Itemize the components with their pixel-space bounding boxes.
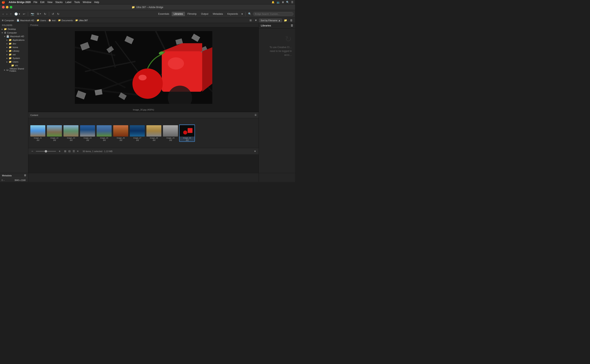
title-label: Ultra 387 – Adobe Bridge xyxy=(136,6,163,9)
thumbnail-item-22[interactable]: Image_22.jpg xyxy=(46,125,62,141)
thumbnail-item-30[interactable]: Image_30.jpg xyxy=(179,124,195,142)
thumbnail-item-25[interactable]: Image_25.jpg xyxy=(96,125,112,141)
preview-image xyxy=(75,31,212,104)
sidebar-item-home[interactable]: ▶ 📁 home xyxy=(0,46,28,49)
libraries-message: ↻ To use Creative Cl…need to be logged i… xyxy=(259,28,295,61)
sidebar-item-macintosh-hd[interactable]: ▶ 💾 Macintosh HD xyxy=(0,34,28,38)
sync-button[interactable]: ↻ xyxy=(43,12,47,16)
view-filter-button[interactable]: ⊞ xyxy=(249,18,252,22)
screen-icon[interactable]: 🖥 xyxy=(282,1,284,4)
zoom-slider-thumb[interactable] xyxy=(45,150,47,152)
forward-button[interactable]: › xyxy=(6,12,8,16)
tab-filmstrip[interactable]: Filmstrip xyxy=(186,12,199,16)
libraries-menu-icon[interactable]: ☰ xyxy=(291,24,293,27)
search-icon[interactable]: 🔍 xyxy=(247,12,252,16)
undo-button[interactable]: ↺ xyxy=(51,12,55,16)
zoom-in-button[interactable]: + xyxy=(58,149,61,154)
grid-view-button[interactable]: ⊞ xyxy=(63,149,67,153)
app-name[interactable]: Adobe Bridge 2020 xyxy=(9,1,31,4)
menu-help[interactable]: Help xyxy=(94,1,99,4)
metadata-panel-header: Metadata ☰ xyxy=(0,173,28,178)
thumbnail-item-26[interactable]: Image_26.jpg xyxy=(113,125,129,141)
sidebar-item-vm[interactable]: ▶ 📁 vm xyxy=(0,64,28,67)
sidebar-item-desktop[interactable]: ▶ 📁 Desktop xyxy=(0,27,28,31)
rotate-ccw-button[interactable]: ↩ xyxy=(22,12,26,16)
new-folder-button[interactable]: 📁 xyxy=(283,18,288,22)
filmstrip-scroll[interactable]: Image_21.jpg Image_22.jpg Image_23.jpg I… xyxy=(28,118,259,148)
tab-output[interactable]: Output xyxy=(199,12,210,16)
breadcrumb-test[interactable]: 🏠 test xyxy=(48,19,56,22)
sidebar-item-system[interactable]: ▶ 📁 System xyxy=(0,56,28,60)
hdd-icon: 💾 xyxy=(6,35,9,38)
sidebar-item-users[interactable]: ▶ 📁 Users xyxy=(0,60,28,64)
menu-tools[interactable]: Tools xyxy=(74,1,80,4)
menu-edit[interactable]: Edit xyxy=(40,1,45,4)
view-mode-buttons: ⊞ ⊟ ☰ ≡ xyxy=(63,149,80,153)
breadcrumb-documents[interactable]: 📁 Documents xyxy=(58,19,73,22)
preview-pane: Preview xyxy=(28,23,259,112)
dimensions-value: 3840 x 2160 xyxy=(14,179,27,181)
redo-button[interactable]: ↻ xyxy=(56,12,60,16)
content-menu-icon[interactable]: ☰ xyxy=(255,114,257,116)
sort-arrow: ▲ xyxy=(278,19,280,22)
camera-settings-button[interactable]: 📷 xyxy=(30,12,35,16)
notification-icon[interactable]: 🔔 xyxy=(272,1,275,4)
breadcrumb-right: ⊞ ▼ Sort by Filename ▲ 📁 🗑 xyxy=(249,18,293,22)
thumbnail-item-27[interactable]: Image_27.jpg xyxy=(129,125,145,141)
tab-keywords[interactable]: Keywords xyxy=(225,12,240,16)
close-button[interactable] xyxy=(2,6,5,8)
delete-button[interactable]: 🗑 xyxy=(289,18,293,22)
tab-metadata[interactable]: Metadata xyxy=(211,12,225,16)
workspace-more-button[interactable]: ▾ xyxy=(240,12,244,16)
minimize-button[interactable] xyxy=(6,6,8,8)
metadata-menu-icon[interactable]: ☰ xyxy=(24,174,26,177)
up-button[interactable]: ↑ xyxy=(9,12,13,16)
panel-icon[interactable]: ☰ xyxy=(291,1,293,4)
toolbar: ‹ › ↑ 🕐 ▾ ↩ 📷 ⧉ ▾ ↻ ↺ ↻ Essentials Libra… xyxy=(0,10,295,18)
sidebar-item-applications[interactable]: ▶ 📁 Applications xyxy=(0,38,28,42)
preview-caption: Image_30.jpg (400%) xyxy=(28,108,259,112)
tab-libraries[interactable]: Libraries xyxy=(172,12,185,16)
sidebar-item-dev[interactable]: ▶ 📁 dev xyxy=(0,42,28,46)
thumbnail-item-23[interactable]: Image_23.jpg xyxy=(63,125,79,141)
menu-window[interactable]: Window xyxy=(83,1,91,4)
menu-file[interactable]: File xyxy=(33,1,37,4)
breadcrumb-users[interactable]: 📁 Users xyxy=(37,19,46,22)
search-placeholder[interactable]: Bridge Search: Current... xyxy=(255,13,279,15)
menu-label[interactable]: Label xyxy=(66,1,71,4)
fullscreen-button[interactable] xyxy=(10,6,12,8)
breadcrumb-computer[interactable]: 🖥 Computer xyxy=(2,19,14,22)
preview-header: Preview xyxy=(28,23,259,27)
thumb-img-26 xyxy=(113,125,128,136)
menu-stacks[interactable]: Stacks xyxy=(55,1,63,4)
svg-rect-22 xyxy=(162,51,202,92)
grid-view-2-button[interactable]: ⊟ xyxy=(67,149,71,153)
menu-view[interactable]: View xyxy=(47,1,53,4)
thumbnail-item-21[interactable]: Image_21.jpg xyxy=(30,125,46,141)
sidebar-item-library[interactable]: ▶ 📁 Library xyxy=(0,49,28,53)
thumbnail-item-28[interactable]: Image_28.jpg xyxy=(146,125,162,141)
breadcrumb-ultra387[interactable]: 📁 Ultra 387 xyxy=(75,19,88,22)
sort-dropdown[interactable]: Sort by Filename ▲ xyxy=(259,19,282,22)
thumbnail-item-29[interactable]: Image_29.jpg xyxy=(163,125,178,141)
back-button[interactable]: ‹ xyxy=(2,12,5,16)
apple-menu[interactable]: 🍎 xyxy=(2,1,5,4)
tab-essentials[interactable]: Essentials xyxy=(156,12,171,16)
view-options-button[interactable]: ▾ xyxy=(253,149,257,153)
thumbnail-item-24[interactable]: Image_24.jpg xyxy=(80,125,95,141)
filter-button[interactable]: ▼ xyxy=(254,18,258,22)
search-icon[interactable]: 🔍 xyxy=(286,1,289,4)
detail-view-button[interactable]: ≡ xyxy=(76,149,80,153)
sidebar-item-net[interactable]: ▶ 📁 net xyxy=(0,53,28,56)
sidebar-item-vmware[interactable]: ▶ 🗂 VMware Shared Folders xyxy=(0,67,28,72)
zoom-out-button[interactable]: − xyxy=(30,149,34,154)
airplay-icon[interactable]: 📺 xyxy=(277,1,280,4)
breadcrumb-macintosh-hd[interactable]: 💾 Macintosh HD xyxy=(17,19,34,22)
history-button[interactable]: 🕐 ▾ xyxy=(13,12,21,16)
svg-point-26 xyxy=(133,68,163,99)
sidebar-item-computer[interactable]: ▶ 🖥 Computer xyxy=(0,31,28,34)
traffic-lights xyxy=(2,6,12,8)
copy-button[interactable]: ⧉ ▾ xyxy=(36,12,42,16)
thumb-img-30 xyxy=(179,125,194,136)
list-view-button[interactable]: ☰ xyxy=(72,149,76,153)
